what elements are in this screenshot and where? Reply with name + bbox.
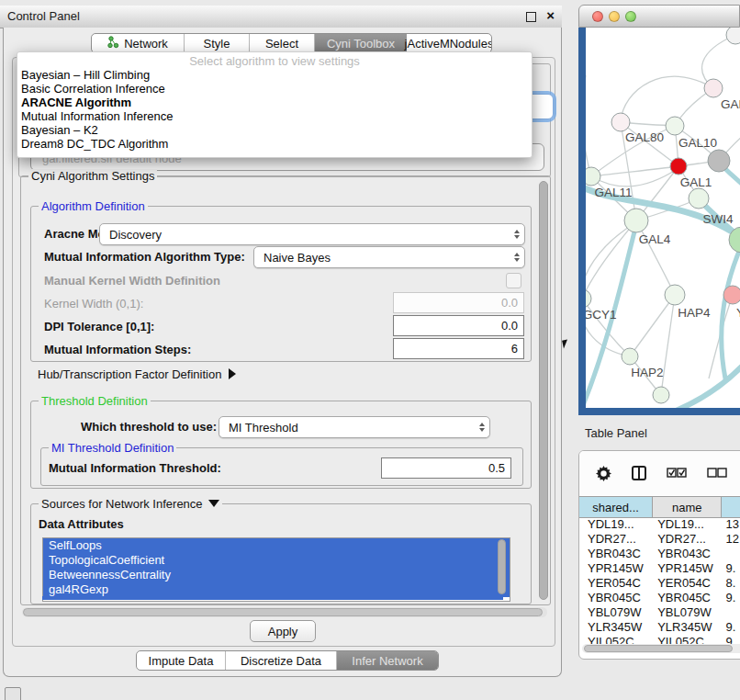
network-node-y[interactable] [723,286,740,304]
mi-threshold-label: Mutual Information Threshold: [49,461,221,475]
settings-scrollbar[interactable] [539,181,548,600]
mi-steps-field[interactable]: 6 [393,338,524,359]
tab-discretize-data[interactable]: Discretize Data [226,651,337,670]
tab-label: jActiveMNodules [405,37,492,51]
traffic-light-zoom[interactable] [625,11,636,22]
manual-kernel-checkbox[interactable] [506,273,521,288]
hub-definition-toggle[interactable]: Hub/Transcription Factor Definition [38,367,236,381]
network-node-gal4[interactable] [624,209,648,232]
table-row[interactable]: YBR045CYBR045C9. [579,591,740,605]
network-icon [107,36,119,51]
network-node-gal80[interactable] [611,113,630,131]
network-edge [586,75,591,176]
traffic-light-minimize[interactable] [609,11,620,22]
algorithm-placeholder: Select algorithm to view settings [17,54,532,68]
network-canvas[interactable]: GALGAL80GAL10GAL1GAL11SWI4GAL4GCY1HAP4YH… [586,28,740,408]
column-header-cut[interactable] [722,497,740,517]
table-cell [722,605,740,620]
algorithm-option-basic-correlation-inference[interactable]: Basic Correlation Inference [17,82,532,96]
which-threshold-combobox[interactable]: MI Threshold [219,416,490,438]
table-cell: YLR345W [579,620,653,635]
sources-group-title[interactable]: Sources for Network Inference [39,497,222,511]
table-cell: YPR145W [653,561,722,576]
table-row[interactable]: YDL19...YDL19...13 [579,517,740,532]
kernel-width-field[interactable]: 0.0 [393,292,524,313]
node-label: GAL1 [680,175,712,189]
data-attribute-item[interactable]: TopologicalCoefficient [43,553,510,568]
settings-group-title: Cyni Algorithm Settings [28,169,157,183]
network-node-gal1[interactable] [670,158,687,175]
table-row[interactable]: YBL079WYBL079W [579,605,740,620]
dpi-tolerance-field[interactable]: 0.0 [393,315,524,336]
checked-pair-icon[interactable] [667,468,687,479]
table-cell: 8. [722,576,740,591]
mi-type-label: Mutual Information Algorithm Type: [44,250,245,264]
data-attributes-list[interactable]: SelfLoopsTopologicalCoefficientBetweenne… [42,537,510,602]
table-row[interactable]: YBR043CYBR043C [579,547,740,561]
data-attribute-item[interactable]: BetweennessCentrality [43,568,510,582]
table-cell: 9. [722,561,740,576]
apply-button[interactable]: Apply [250,620,316,642]
column-header-shared[interactable]: shared... [579,497,653,517]
aracne-mode-combobox[interactable]: Discovery [99,223,525,245]
expand-right-icon [229,368,236,379]
table-row[interactable]: YDR27...YDR27...12 [579,532,740,547]
collapsed-panel-icon[interactable] [5,687,21,700]
tab-infer-network[interactable]: Infer Network [337,651,438,670]
table-cell: 9. [722,591,740,605]
tab-network[interactable]: Network [92,34,185,52]
float-window-icon[interactable] [526,12,536,22]
algorithm-option-bayesian-hill-climbing[interactable]: Bayesian – Hill Climbing [17,68,532,82]
algorithm-option-aracne-algorithm[interactable]: ARACNE Algorithm [17,96,532,109]
network-node-hap2[interactable] [622,348,638,365]
tab-impute-data[interactable]: Impute Data [137,651,226,670]
column-header-name[interactable]: name [653,497,722,517]
network-node-gal[interactable] [704,79,723,97]
table-row[interactable]: YER054CYER054C8. [579,576,740,591]
network-node[interactable] [708,150,730,172]
algorithm-definition-title: Algorithm Definition [39,199,148,213]
data-attribute-item[interactable]: SelfLoops [43,538,510,553]
data-attributes-label: Data Attributes [39,517,124,531]
network-node-gcy1[interactable] [586,289,591,308]
mi-threshold-group: MI Threshold Definition Mutual Informati… [40,447,523,486]
table-cell: YBR043C [653,547,722,561]
network-node[interactable] [653,387,669,403]
mi-type-combobox[interactable]: Naive Bayes [253,246,525,268]
network-node-gal10[interactable] [666,117,684,135]
tab-cyni-toolbox[interactable]: Cyni Toolbox [315,34,407,52]
algorithm-option-bayesian-k2[interactable]: Bayesian – K2 [17,123,532,137]
settings-hscrollbar[interactable] [22,607,547,617]
algorithm-option-dream8-dc-tdc-algorithm[interactable]: Dream8 DC_TDC Algorithm [17,137,532,151]
table-row[interactable]: YPR145WYPR145W9. [579,561,740,576]
tab-label: Select [265,37,298,51]
traffic-light-close[interactable] [592,11,603,22]
close-icon[interactable]: × [546,7,555,23]
tab-style[interactable]: Style [185,34,250,52]
table-header: shared...name [579,496,740,518]
table-cell: YER054C [579,576,653,591]
tab-jactivemnodules[interactable]: jActiveMNodules [407,34,491,52]
attributes-list-scrollbar[interactable] [498,539,506,594]
network-edge [621,76,713,122]
network-node-swi4[interactable] [689,188,709,209]
control-panel-titlebar: Control Panel × [0,6,562,28]
tab-select[interactable]: Select [250,34,315,52]
mouse-cursor [562,339,569,348]
network-window-titlebar[interactable] [578,5,740,28]
network-view-frame: GALGAL80GAL10GAL1GAL11SWI4GAL4GCY1HAP4YH… [578,28,740,415]
split-view-icon[interactable] [632,466,646,480]
unchecked-pair-icon[interactable] [707,468,727,479]
network-node-hap4[interactable] [665,285,685,305]
threshold-definition-group: Threshold Definition Which threshold to … [30,401,532,489]
network-node-gal11[interactable] [586,167,600,186]
network-edge [630,295,675,356]
mi-threshold-field[interactable]: 0.5 [381,457,511,479]
data-attribute-item[interactable]: gal4RGexp [43,582,510,597]
algorithm-option-mutual-information-inference[interactable]: Mutual Information Inference [17,109,532,123]
table-cell: YPR145W [579,561,653,576]
network-node[interactable] [726,28,740,44]
table-hscrollbar[interactable] [582,644,740,653]
table-row[interactable]: YLR345WYLR345W9. [579,620,740,635]
gear-icon[interactable] [596,466,611,481]
